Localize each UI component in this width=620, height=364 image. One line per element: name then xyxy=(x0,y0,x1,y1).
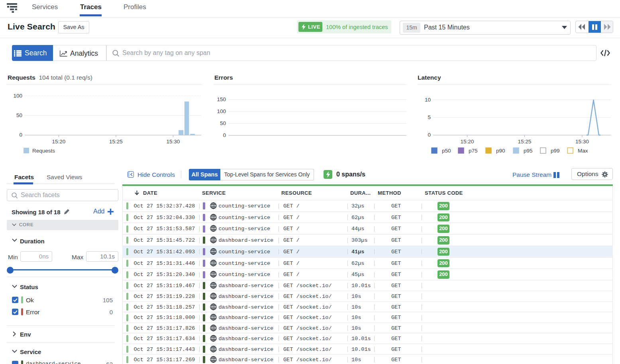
svg-text:100: 100 xyxy=(217,108,226,114)
svg-text:p75: p75 xyxy=(469,148,478,154)
svg-text:50: 50 xyxy=(16,112,22,118)
svg-text:15:20: 15:20 xyxy=(461,139,474,145)
svg-text:Requests: Requests xyxy=(32,148,55,154)
svg-text:15:25: 15:25 xyxy=(518,139,532,145)
svg-text:p50: p50 xyxy=(442,148,451,154)
svg-text:p95: p95 xyxy=(524,148,533,154)
svg-text:150: 150 xyxy=(217,96,226,102)
svg-text:0: 0 xyxy=(428,132,431,138)
svg-text:50: 50 xyxy=(220,120,226,126)
svg-text:100: 100 xyxy=(13,93,22,99)
svg-text:15:30: 15:30 xyxy=(167,139,180,145)
svg-text:0: 0 xyxy=(19,132,22,138)
svg-text:10: 10 xyxy=(425,97,431,103)
svg-text:p90: p90 xyxy=(496,148,505,154)
svg-text:p99: p99 xyxy=(551,148,560,154)
svg-text:15:30: 15:30 xyxy=(575,139,589,145)
svg-text:0: 0 xyxy=(223,132,226,138)
svg-text:15:20: 15:20 xyxy=(52,139,66,145)
svg-text:15:25: 15:25 xyxy=(109,139,123,145)
svg-text:5: 5 xyxy=(428,114,431,120)
svg-text:Max: Max xyxy=(578,148,588,154)
